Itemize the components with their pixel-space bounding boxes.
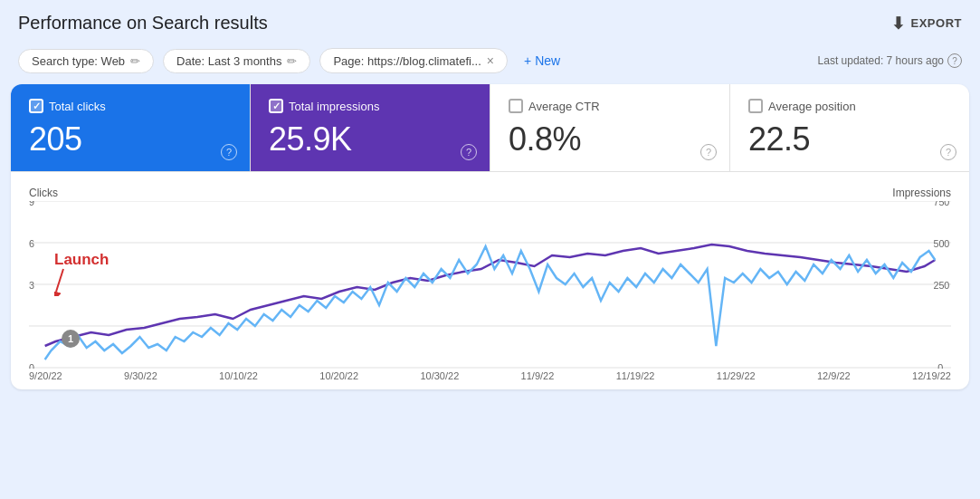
annotation-marker[interactable]: 1 xyxy=(62,330,80,348)
metric-total-clicks-header: Total clicks xyxy=(29,99,232,113)
x-label-4: 10/30/22 xyxy=(420,370,459,381)
chart-svg: 9 6 3 0 750 500 250 0 xyxy=(29,201,951,369)
metric-average-position[interactable]: Average position 22.5 ? xyxy=(730,84,969,171)
date-edit-icon[interactable]: ✏ xyxy=(287,54,297,68)
chart-left-label: Clicks xyxy=(29,187,58,199)
svg-text:250: 250 xyxy=(933,280,949,291)
x-label-8: 12/9/22 xyxy=(817,370,851,381)
total-impressions-value: 25.9K xyxy=(269,120,471,158)
search-type-label: Search type: Web xyxy=(32,54,125,68)
metric-average-position-header: Average position xyxy=(748,99,951,113)
date-filter[interactable]: Date: Last 3 months ✏ xyxy=(163,49,310,73)
x-axis-labels: 9/20/22 9/30/22 10/10/22 10/20/22 10/30/… xyxy=(29,370,951,381)
x-label-5: 11/9/22 xyxy=(521,370,555,381)
total-clicks-value: 205 xyxy=(29,120,232,158)
metric-total-impressions-header: Total impressions xyxy=(269,99,471,113)
svg-text:0: 0 xyxy=(937,362,943,369)
chart-area: Clicks Impressions 9 6 3 0 750 500 250 xyxy=(11,172,969,389)
new-filter-label: New xyxy=(535,53,560,68)
average-position-checkbox[interactable] xyxy=(748,99,763,113)
search-type-edit-icon[interactable]: ✏ xyxy=(130,54,140,68)
x-label-9: 12/19/22 xyxy=(912,370,951,381)
average-ctr-checkbox[interactable] xyxy=(509,99,523,113)
last-updated: Last updated: 7 hours ago ? xyxy=(818,53,962,68)
last-updated-info-icon[interactable]: ? xyxy=(947,53,962,68)
main-card: Total clicks 205 ? Total impressions 25.… xyxy=(11,84,969,389)
total-impressions-help: ? xyxy=(461,143,477,160)
average-ctr-value: 0.8% xyxy=(509,120,711,158)
chart-right-label: Impressions xyxy=(892,187,951,199)
export-button[interactable]: ⬇ EXPORT xyxy=(891,14,962,34)
total-clicks-help: ? xyxy=(221,143,237,160)
metric-total-impressions[interactable]: Total impressions 25.9K ? xyxy=(251,84,490,171)
svg-text:6: 6 xyxy=(29,238,34,249)
page-filter[interactable]: Page: https://blog.climatefi... × xyxy=(319,48,508,73)
average-position-help-icon[interactable]: ? xyxy=(940,144,956,160)
total-clicks-label: Total clicks xyxy=(49,100,106,113)
x-label-1: 9/30/22 xyxy=(124,370,157,381)
x-label-0: 9/20/22 xyxy=(29,370,62,381)
metric-average-ctr-header: Average CTR xyxy=(509,99,711,113)
top-bar: Performance on Search results ⬇ EXPORT xyxy=(0,0,980,43)
svg-text:500: 500 xyxy=(933,238,949,249)
annotation-marker-label: 1 xyxy=(68,333,73,344)
average-position-help: ? xyxy=(940,143,956,160)
average-ctr-help: ? xyxy=(700,143,717,160)
svg-text:750: 750 xyxy=(933,201,949,207)
average-ctr-help-icon[interactable]: ? xyxy=(700,144,717,160)
metric-average-ctr[interactable]: Average CTR 0.8% ? xyxy=(490,84,730,171)
new-filter-button[interactable]: + New xyxy=(517,49,567,72)
plus-icon: + xyxy=(524,53,531,68)
export-label: EXPORT xyxy=(911,16,962,30)
last-updated-text: Last updated: 7 hours ago xyxy=(818,54,944,67)
page-close-icon[interactable]: × xyxy=(487,53,494,68)
date-label: Date: Last 3 months xyxy=(176,54,281,68)
export-icon: ⬇ xyxy=(891,14,906,34)
metrics-row: Total clicks 205 ? Total impressions 25.… xyxy=(11,84,969,172)
svg-text:3: 3 xyxy=(29,280,34,291)
chart-axes: Clicks Impressions xyxy=(29,187,951,199)
total-impressions-help-icon[interactable]: ? xyxy=(461,144,477,160)
total-clicks-help-icon[interactable]: ? xyxy=(221,144,237,160)
svg-text:9: 9 xyxy=(29,201,34,207)
metric-total-clicks[interactable]: Total clicks 205 ? xyxy=(11,84,251,171)
x-label-3: 10/20/22 xyxy=(319,370,358,381)
average-position-value: 22.5 xyxy=(748,120,951,158)
svg-text:0: 0 xyxy=(29,362,34,369)
search-type-filter[interactable]: Search type: Web ✏ xyxy=(18,49,154,73)
average-position-label: Average position xyxy=(768,100,856,113)
x-label-2: 10/10/22 xyxy=(219,370,258,381)
total-impressions-checkbox[interactable] xyxy=(269,99,283,113)
x-label-6: 11/19/22 xyxy=(616,370,655,381)
page-title: Performance on Search results xyxy=(18,13,268,34)
filter-bar: Search type: Web ✏ Date: Last 3 months ✏… xyxy=(0,43,980,84)
total-clicks-checkbox[interactable] xyxy=(29,99,43,113)
x-label-7: 11/29/22 xyxy=(717,370,756,381)
page-wrapper: Performance on Search results ⬇ EXPORT S… xyxy=(0,0,980,389)
average-ctr-label: Average CTR xyxy=(528,100,600,113)
page-label: Page: https://blog.climatefi... xyxy=(333,54,480,68)
total-impressions-label: Total impressions xyxy=(289,100,379,113)
